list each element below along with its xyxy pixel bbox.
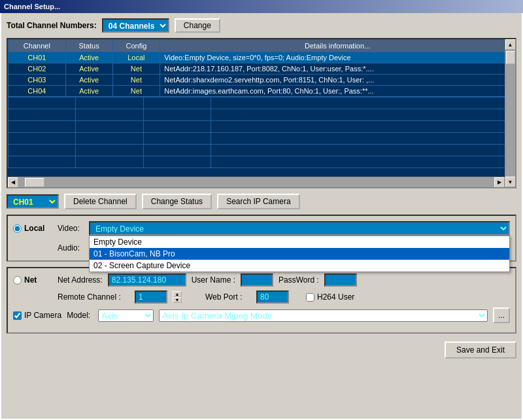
table-row[interactable]: CH03 Active Net NetAddr:sharxdemo2.serve… — [8, 75, 515, 86]
web-port-input[interactable] — [256, 290, 289, 304]
change-status-button[interactable]: Change Status — [142, 194, 212, 209]
net-row-2: Remote Channel : ▲ ▼ Web Port : H264 Use… — [13, 290, 510, 304]
cell-details: NetAddr:218.17.160.187, Port:8082, ChNo:… — [160, 63, 515, 75]
video-dropdown-list: Empty Device 01 - BisonCam, NB Pro 02 - … — [89, 236, 510, 272]
col-header-channel: Channel — [8, 40, 66, 52]
local-radio-label[interactable]: Local — [13, 224, 52, 233]
net-radio[interactable] — [13, 276, 22, 285]
spin-control: ▲ ▼ — [173, 291, 182, 303]
cell-status: Active — [65, 63, 112, 75]
cell-details: NetAddr:sharxdemo2.servehttp.com, Port:8… — [160, 75, 515, 86]
net-radio-label[interactable]: Net — [13, 275, 52, 285]
channel-table: Channel Status Config Details informatio… — [8, 39, 515, 97]
save-exit-button[interactable]: Save and Exit — [445, 341, 516, 359]
title-text: Channel Setup... — [4, 3, 60, 10]
scroll-down-btn[interactable]: ▼ — [505, 177, 516, 187]
password-label: PassWord : — [278, 275, 319, 285]
cell-config: Net — [112, 75, 160, 86]
h-scroll-track[interactable] — [18, 177, 494, 187]
dropdown-item-bison[interactable]: 01 - BisonCam, NB Pro — [90, 248, 509, 260]
model-select[interactable]: Axis Sony Panasonic — [98, 309, 154, 322]
total-channel-select[interactable]: 04 Channels — [102, 18, 169, 33]
search-ip-camera-button[interactable]: Search IP Camera — [217, 194, 300, 209]
username-label: User Name : — [192, 275, 235, 285]
channel-table-section: Channel Status Config Details informatio… — [7, 38, 516, 188]
channel-select[interactable]: CH01 CH02 CH03 CH04 — [7, 194, 59, 209]
remote-channel-input[interactable] — [135, 290, 167, 304]
table-row[interactable]: CH04 Active Net NetAddr:images.earthcam.… — [8, 86, 515, 97]
local-top-row: Local Video: Empty Device 01 - BisonCam,… — [13, 221, 510, 236]
cell-config: Net — [112, 63, 160, 75]
v-scroll-thumb[interactable] — [506, 51, 515, 64]
net-address-label: Net Address: — [58, 275, 103, 285]
cell-channel: CH04 — [8, 86, 66, 97]
camera-mode-select[interactable]: Axis Ip Camera Mjpeg Mode Axis Ip Camera… — [159, 309, 488, 322]
dots-button[interactable]: ... — [493, 307, 510, 323]
net-row-1: Net Net Address: User Name : PassWord : — [13, 273, 510, 287]
table-row[interactable]: CH01 Active Local Video:Empty Device, si… — [8, 52, 515, 63]
scroll-right-btn[interactable]: ▶ — [494, 177, 505, 188]
cell-details: Video:Empty Device, size=0*0, fps=0; Aud… — [160, 52, 515, 63]
spin-down-btn[interactable]: ▼ — [173, 297, 182, 303]
video-label: Video: — [58, 224, 84, 233]
v-scrollbar[interactable]: ▲ ▼ — [505, 39, 515, 187]
ip-camera-checkbox[interactable] — [13, 311, 22, 320]
h264-checkbox-label[interactable]: H264 User — [306, 292, 354, 302]
delete-channel-button[interactable]: Delete Channel — [64, 194, 137, 209]
cell-status: Active — [65, 52, 112, 63]
cell-status: Active — [65, 75, 112, 86]
channel-table-empty — [8, 97, 515, 168]
cell-status: Active — [65, 86, 112, 97]
video-dropdown-container: Empty Device 01 - BisonCam, NB Pro 02 - … — [89, 221, 510, 236]
cell-channel: CH02 — [8, 63, 66, 75]
cell-channel: CH03 — [8, 75, 66, 86]
username-input[interactable] — [241, 273, 273, 287]
audio-label: Audio: — [58, 243, 84, 253]
table-row[interactable]: CH02 Active Net NetAddr:218.17.160.187, … — [8, 63, 515, 75]
h-scroll-thumb[interactable] — [25, 178, 44, 187]
spin-up-btn[interactable]: ▲ — [173, 291, 182, 297]
net-address-input[interactable] — [108, 273, 186, 287]
password-input[interactable] — [324, 273, 357, 287]
bottom-bar: Save and Exit — [7, 339, 516, 361]
scroll-left-btn[interactable]: ◀ — [8, 177, 18, 188]
channel-control-bar: CH01 CH02 CH03 CH04 Delete Channel Chang… — [7, 194, 516, 209]
remote-channel-label: Remote Channel : — [58, 292, 129, 302]
total-channel-label: Total Channel Numbers: — [7, 21, 97, 30]
local-radio[interactable] — [13, 224, 22, 233]
main-window: Total Channel Numbers: 04 Channels Chang… — [0, 13, 523, 420]
ip-camera-checkbox-label[interactable]: IP Camera — [13, 311, 61, 320]
h264-checkbox[interactable] — [306, 293, 314, 302]
video-dropdown[interactable]: Empty Device 01 - BisonCam, NB Pro 02 - … — [89, 221, 510, 236]
col-header-details: Details information... — [160, 40, 515, 52]
top-row: Total Channel Numbers: 04 Channels Chang… — [7, 18, 516, 33]
cell-config: Local — [112, 52, 160, 63]
cell-config: Net — [112, 86, 160, 97]
web-port-label: Web Port : — [205, 292, 251, 302]
model-label: Model: — [67, 311, 93, 320]
col-header-status: Status — [65, 40, 112, 52]
h-scrollbar[interactable]: ◀ ▶ — [8, 177, 505, 187]
local-config-panel: Local Video: Empty Device 01 - BisonCam,… — [7, 215, 516, 262]
change-button[interactable]: Change — [175, 18, 220, 33]
net-config-panel: Net Net Address: User Name : PassWord : … — [7, 267, 516, 334]
scroll-up-btn[interactable]: ▲ — [505, 39, 516, 50]
cell-details: NetAddr:images.earthcam.com, Port:80, Ch… — [160, 86, 515, 97]
local-panel-inner: Local Video: Empty Device 01 - BisonCam,… — [13, 221, 510, 255]
dropdown-item-screen[interactable]: 02 - Screen Capture Device — [90, 260, 509, 271]
cell-channel: CH01 — [8, 52, 66, 63]
dropdown-item-empty[interactable]: Empty Device — [90, 236, 509, 248]
title-bar: Channel Setup... — [0, 0, 523, 13]
v-scroll-track[interactable] — [505, 50, 515, 177]
col-header-config: Config — [112, 40, 160, 52]
net-row-3: IP Camera Model: Axis Sony Panasonic Axi… — [13, 307, 510, 323]
